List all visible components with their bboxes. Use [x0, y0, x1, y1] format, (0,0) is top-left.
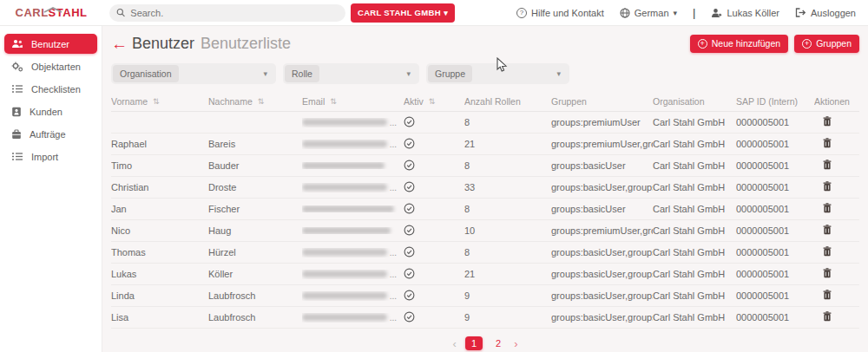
chevron-down-icon: ▾ [549, 69, 568, 78]
active-check-icon [404, 203, 415, 214]
table-row[interactable]: Jan Fischer 8 groups:basicUser Carl Stah… [111, 199, 859, 220]
table-row[interactable]: ... 8 groups:premiumUser Carl Stahl GmbH… [111, 112, 859, 134]
cell-gruppen: groups:premiumUser [551, 117, 653, 127]
sort-icon[interactable]: ⇅ [429, 97, 436, 106]
filter-rolle[interactable]: Rolle ▾ [283, 63, 419, 84]
column-label: Aktiv [404, 96, 424, 107]
cell-organisation: Carl Stahl GmbH [653, 269, 736, 279]
pagination: ‹12› [111, 334, 859, 352]
cell-aktiv [404, 290, 464, 303]
sidebar-item-import[interactable]: Import [4, 147, 97, 166]
sidebar-item-label: Checklisten [31, 84, 81, 95]
sort-icon[interactable]: ⇅ [153, 97, 160, 106]
filter-gruppe[interactable]: Gruppe ▾ [426, 63, 569, 84]
chevron-down-icon: ▾ [399, 69, 418, 78]
pagination-next[interactable]: › [514, 337, 517, 350]
trash-icon [823, 203, 832, 213]
filter-gruppe-label: Gruppe [428, 65, 472, 82]
table-row[interactable]: Nico Haug 10 groups:premiumUser,group Ca… [111, 220, 859, 242]
column-header-nachname[interactable]: Nachname⇅ [208, 96, 302, 107]
column-header-aktionen: Aktionen [814, 96, 859, 107]
help-link[interactable]: ? Hilfe und Kontakt [516, 8, 604, 18]
cell-aktionen [814, 116, 859, 128]
sidebar-item-checklisten[interactable]: Checklisten [4, 79, 97, 99]
cell-aktiv [404, 268, 464, 281]
sidebar-item-kunden[interactable]: Kunden [4, 101, 97, 121]
cell-organisation: Carl Stahl GmbH [653, 139, 736, 149]
search-input[interactable] [130, 8, 339, 18]
delete-user-button[interactable] [814, 116, 832, 127]
checklist-icon [11, 84, 23, 94]
table-row[interactable]: Raphael Bareis ... 21 groups:premiumUser… [111, 134, 859, 155]
delete-user-button[interactable] [814, 246, 832, 257]
cell-email: ... [302, 291, 404, 301]
table-row[interactable]: Christian Droste ... 33 groups:basicUser… [111, 177, 859, 199]
cell-anzahl-rollen: 9 [464, 312, 551, 323]
plus-circle-icon: + [802, 39, 812, 49]
cell-organisation: Carl Stahl GmbH [653, 225, 736, 236]
topbar-divider: | [693, 6, 695, 19]
cell-anzahl-rollen: 10 [464, 225, 551, 236]
table-row[interactable]: Linda Laubfrosch ... 9 groups:basicUser,… [111, 285, 859, 307]
cell-vorname: Nico [111, 225, 208, 236]
column-header-email[interactable]: Email⇅ [302, 96, 404, 107]
add-new-button[interactable]: + Neue hinzufügen [690, 35, 788, 53]
table-row[interactable]: Lisa Laubfrosch ... 9 groups:basicUser,g… [111, 307, 859, 329]
delete-user-button[interactable] [814, 160, 832, 170]
organisation-selector[interactable]: CARL STAHL GMBH ▾ [351, 3, 455, 23]
sort-icon[interactable]: ⇅ [258, 97, 265, 106]
delete-user-button[interactable] [814, 290, 832, 300]
cell-anzahl-rollen: 9 [464, 290, 551, 301]
cell-sap-id: 0000005001 [736, 117, 814, 127]
table-row[interactable]: Timo Bauder 8 groups:basicUser Carl Stah… [111, 155, 859, 177]
sidebar-item-objektarten[interactable]: Objektarten [4, 56, 97, 76]
email-redacted-blur [302, 162, 385, 169]
help-label: Hilfe und Kontakt [531, 8, 604, 18]
delete-user-button[interactable] [814, 138, 832, 148]
cell-sap-id: 0000005001 [736, 160, 814, 171]
column-label: Aktionen [814, 96, 850, 107]
cell-email: ... [302, 118, 404, 127]
filter-organisation-label: Organisation [113, 65, 179, 82]
delete-user-button[interactable] [814, 203, 832, 213]
groups-button[interactable]: + Gruppen [794, 35, 859, 53]
cell-nachname: Laubfrosch [208, 312, 302, 323]
sidebar-item-benutzer[interactable]: Benutzer [4, 34, 97, 54]
table-row[interactable]: Lukas Köller ... 21 groups:basicUser,gro… [111, 264, 859, 285]
logout-button[interactable]: Ausloggen [795, 8, 856, 18]
cell-vorname: Christian [111, 182, 208, 192]
active-check-icon [404, 116, 415, 127]
back-arrow-icon[interactable]: ← [111, 36, 128, 52]
language-selector[interactable]: German ▾ [620, 8, 677, 18]
cell-aktionen [814, 181, 859, 193]
sort-icon[interactable]: ⇅ [330, 97, 337, 106]
search-bar[interactable] [109, 4, 345, 22]
language-label: German [635, 8, 669, 18]
pagination-page-1[interactable]: 1 [465, 336, 483, 350]
cell-anzahl-rollen: 8 [464, 247, 551, 257]
delete-user-button[interactable] [814, 311, 832, 322]
column-label: Gruppen [551, 96, 587, 107]
sidebar-item-auftraege[interactable]: Aufträge [4, 124, 97, 144]
email-redacted-blur [302, 119, 387, 126]
cell-organisation: Carl Stahl GmbH [653, 182, 736, 192]
cell-anzahl-rollen: 8 [464, 204, 551, 214]
trash-icon [823, 181, 832, 192]
pagination-prev[interactable]: ‹ [453, 337, 457, 350]
column-header-vorname[interactable]: Vorname⇅ [111, 96, 208, 107]
cell-nachname: Fischer [208, 204, 302, 214]
column-header-aktiv[interactable]: Aktiv⇅ [404, 96, 464, 107]
delete-user-button[interactable] [814, 225, 832, 235]
table-row[interactable]: Thomas Hürzel ... 8 groups:basicUser,gro… [111, 242, 859, 264]
pagination-page-2[interactable]: 2 [491, 336, 505, 350]
email-redacted-blur [302, 314, 387, 321]
filter-organisation[interactable]: Organisation ▾ [111, 63, 276, 84]
active-check-icon [404, 138, 415, 149]
cell-aktiv [404, 311, 464, 324]
delete-user-button[interactable] [814, 181, 832, 192]
cell-aktionen [814, 203, 859, 215]
delete-user-button[interactable] [814, 268, 832, 278]
user-menu[interactable]: Lukas Köller [711, 8, 779, 18]
table-header-row: Vorname⇅Nachname⇅Email⇅Aktiv⇅Anzahl Roll… [111, 91, 859, 112]
cell-email: ... [302, 183, 404, 192]
